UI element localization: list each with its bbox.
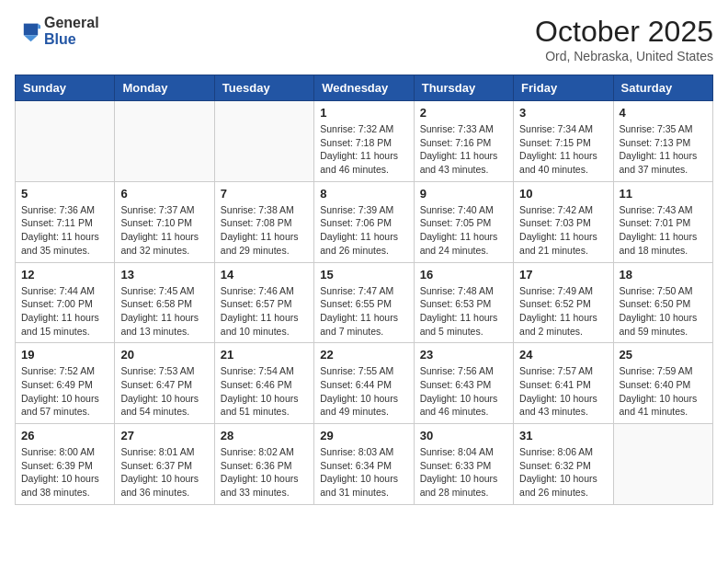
table-row: 27Sunrise: 8:01 AM Sunset: 6:37 PM Dayli…: [115, 424, 214, 505]
day-number: 14: [221, 268, 308, 282]
calendar-week-row: 5Sunrise: 7:36 AM Sunset: 7:11 PM Daylig…: [16, 181, 713, 262]
table-row: 14Sunrise: 7:46 AM Sunset: 6:57 PM Dayli…: [214, 262, 313, 343]
day-number: 10: [519, 187, 607, 201]
day-info: Sunrise: 7:33 AM Sunset: 7:16 PM Dayligh…: [420, 122, 507, 177]
day-number: 6: [120, 187, 208, 201]
table-row: 31Sunrise: 8:06 AM Sunset: 6:32 PM Dayli…: [514, 424, 613, 505]
table-row: 15Sunrise: 7:47 AM Sunset: 6:55 PM Dayli…: [314, 262, 414, 343]
logo-general-text: General: [44, 15, 99, 31]
table-row: 29Sunrise: 8:03 AM Sunset: 6:34 PM Dayli…: [314, 424, 414, 505]
day-info: Sunrise: 7:38 AM Sunset: 7:08 PM Dayligh…: [221, 203, 308, 258]
logo-icon: [15, 18, 40, 44]
table-row: 16Sunrise: 7:48 AM Sunset: 6:53 PM Dayli…: [414, 262, 513, 343]
day-info: Sunrise: 7:50 AM Sunset: 6:50 PM Dayligh…: [620, 284, 707, 339]
table-row: 18Sunrise: 7:50 AM Sunset: 6:50 PM Dayli…: [613, 262, 712, 343]
day-info: Sunrise: 7:35 AM Sunset: 7:13 PM Dayligh…: [620, 122, 707, 177]
day-number: 26: [21, 429, 108, 442]
location: Ord, Nebraska, United States: [535, 49, 713, 63]
svg-marker-2: [38, 23, 40, 29]
logo-blue-text: Blue: [44, 31, 99, 48]
table-row: 24Sunrise: 7:57 AM Sunset: 6:41 PM Dayli…: [514, 343, 613, 424]
day-number: 9: [420, 187, 507, 201]
day-number: 22: [320, 348, 407, 362]
month-title: October 2025: [535, 15, 713, 49]
day-info: Sunrise: 8:00 AM Sunset: 6:39 PM Dayligh…: [21, 445, 108, 500]
table-row: [115, 101, 214, 182]
table-row: 28Sunrise: 8:02 AM Sunset: 6:36 PM Dayli…: [214, 424, 313, 505]
day-info: Sunrise: 8:06 AM Sunset: 6:32 PM Dayligh…: [519, 445, 607, 500]
col-tuesday: Tuesday: [214, 75, 313, 101]
day-number: 11: [620, 187, 707, 201]
day-number: 18: [620, 268, 707, 282]
day-number: 20: [120, 348, 208, 362]
table-row: [16, 101, 115, 182]
col-wednesday: Wednesday: [314, 75, 414, 101]
day-number: 1: [320, 106, 407, 120]
day-info: Sunrise: 7:34 AM Sunset: 7:15 PM Dayligh…: [519, 122, 607, 177]
title-area: October 2025 Ord, Nebraska, United State…: [535, 15, 713, 63]
day-number: 12: [21, 268, 108, 282]
day-info: Sunrise: 8:04 AM Sunset: 6:33 PM Dayligh…: [420, 445, 507, 500]
calendar-week-row: 26Sunrise: 8:00 AM Sunset: 6:39 PM Dayli…: [16, 424, 713, 505]
table-row: [613, 424, 712, 505]
day-number: 4: [620, 106, 707, 120]
page-header: General Blue October 2025 Ord, Nebraska,…: [15, 15, 713, 63]
table-row: 13Sunrise: 7:45 AM Sunset: 6:58 PM Dayli…: [115, 262, 214, 343]
table-row: 30Sunrise: 8:04 AM Sunset: 6:33 PM Dayli…: [414, 424, 513, 505]
day-info: Sunrise: 7:47 AM Sunset: 6:55 PM Dayligh…: [320, 284, 407, 339]
day-number: 31: [519, 429, 607, 442]
table-row: 3Sunrise: 7:34 AM Sunset: 7:15 PM Daylig…: [514, 101, 613, 182]
calendar-week-row: 12Sunrise: 7:44 AM Sunset: 7:00 PM Dayli…: [16, 262, 713, 343]
table-row: 1Sunrise: 7:32 AM Sunset: 7:18 PM Daylig…: [314, 101, 414, 182]
day-info: Sunrise: 7:59 AM Sunset: 6:40 PM Dayligh…: [620, 364, 707, 419]
table-row: 17Sunrise: 7:49 AM Sunset: 6:52 PM Dayli…: [514, 262, 613, 343]
table-row: 5Sunrise: 7:36 AM Sunset: 7:11 PM Daylig…: [16, 181, 115, 262]
table-row: 8Sunrise: 7:39 AM Sunset: 7:06 PM Daylig…: [314, 181, 414, 262]
table-row: 25Sunrise: 7:59 AM Sunset: 6:40 PM Dayli…: [613, 343, 712, 424]
day-info: Sunrise: 7:36 AM Sunset: 7:11 PM Dayligh…: [21, 203, 108, 258]
day-number: 15: [320, 268, 407, 282]
day-number: 29: [320, 429, 407, 442]
table-row: 7Sunrise: 7:38 AM Sunset: 7:08 PM Daylig…: [214, 181, 313, 262]
day-number: 2: [420, 106, 507, 120]
day-info: Sunrise: 7:52 AM Sunset: 6:49 PM Dayligh…: [21, 364, 108, 419]
table-row: [214, 101, 313, 182]
day-info: Sunrise: 7:42 AM Sunset: 7:03 PM Dayligh…: [519, 203, 607, 258]
table-row: 22Sunrise: 7:55 AM Sunset: 6:44 PM Dayli…: [314, 343, 414, 424]
svg-marker-1: [24, 35, 38, 41]
day-info: Sunrise: 7:53 AM Sunset: 6:47 PM Dayligh…: [120, 364, 208, 419]
table-row: 21Sunrise: 7:54 AM Sunset: 6:46 PM Dayli…: [214, 343, 313, 424]
day-info: Sunrise: 7:46 AM Sunset: 6:57 PM Dayligh…: [221, 284, 308, 339]
day-info: Sunrise: 8:02 AM Sunset: 6:36 PM Dayligh…: [221, 445, 308, 500]
table-row: 23Sunrise: 7:56 AM Sunset: 6:43 PM Dayli…: [414, 343, 513, 424]
day-info: Sunrise: 7:57 AM Sunset: 6:41 PM Dayligh…: [519, 364, 607, 419]
logo-text: General Blue: [44, 15, 99, 47]
day-info: Sunrise: 8:01 AM Sunset: 6:37 PM Dayligh…: [120, 445, 208, 500]
col-friday: Friday: [514, 75, 613, 101]
table-row: 4Sunrise: 7:35 AM Sunset: 7:13 PM Daylig…: [613, 101, 712, 182]
table-row: 11Sunrise: 7:43 AM Sunset: 7:01 PM Dayli…: [613, 181, 712, 262]
table-row: 26Sunrise: 8:00 AM Sunset: 6:39 PM Dayli…: [16, 424, 115, 505]
table-row: 10Sunrise: 7:42 AM Sunset: 7:03 PM Dayli…: [514, 181, 613, 262]
day-info: Sunrise: 7:32 AM Sunset: 7:18 PM Dayligh…: [320, 122, 407, 177]
day-info: Sunrise: 7:48 AM Sunset: 6:53 PM Dayligh…: [420, 284, 507, 339]
day-info: Sunrise: 7:45 AM Sunset: 6:58 PM Dayligh…: [120, 284, 208, 339]
calendar-header-row: Sunday Monday Tuesday Wednesday Thursday…: [16, 75, 713, 101]
day-info: Sunrise: 7:49 AM Sunset: 6:52 PM Dayligh…: [519, 284, 607, 339]
day-number: 13: [120, 268, 208, 282]
logo: General Blue: [15, 15, 99, 47]
day-info: Sunrise: 7:37 AM Sunset: 7:10 PM Dayligh…: [120, 203, 208, 258]
col-thursday: Thursday: [414, 75, 513, 101]
table-row: 12Sunrise: 7:44 AM Sunset: 7:00 PM Dayli…: [16, 262, 115, 343]
day-number: 16: [420, 268, 507, 282]
day-number: 25: [620, 348, 707, 362]
day-number: 17: [519, 268, 607, 282]
table-row: 6Sunrise: 7:37 AM Sunset: 7:10 PM Daylig…: [115, 181, 214, 262]
calendar: Sunday Monday Tuesday Wednesday Thursday…: [15, 75, 713, 505]
table-row: 19Sunrise: 7:52 AM Sunset: 6:49 PM Dayli…: [16, 343, 115, 424]
day-number: 19: [21, 348, 108, 362]
svg-marker-0: [24, 23, 38, 35]
table-row: 2Sunrise: 7:33 AM Sunset: 7:16 PM Daylig…: [414, 101, 513, 182]
day-number: 7: [221, 187, 308, 201]
day-info: Sunrise: 7:43 AM Sunset: 7:01 PM Dayligh…: [620, 203, 707, 258]
